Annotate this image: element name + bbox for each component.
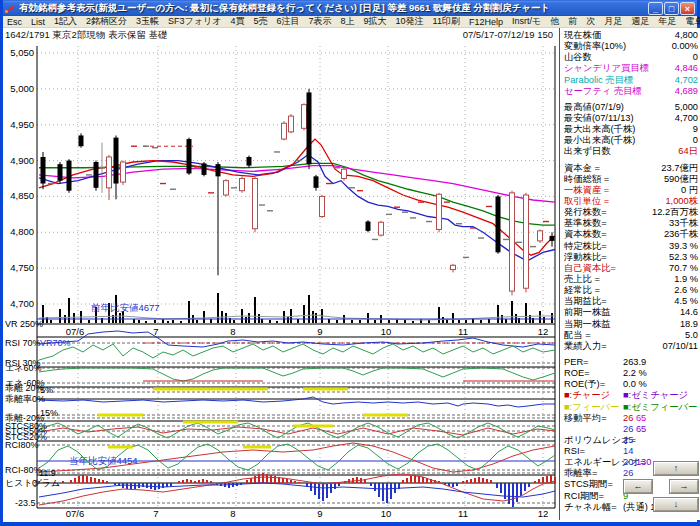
- menu-item-22[interactable]: 年足: [658, 15, 676, 28]
- menu-item-7[interactable]: 4買: [230, 15, 244, 28]
- scroll-left-button[interactable]: ←: [624, 480, 652, 493]
- svg-text:12: 12: [538, 326, 549, 337]
- menu-item-19[interactable]: 次: [586, 15, 595, 28]
- svg-text:エネ60%: エネ60%: [5, 363, 41, 373]
- stat-row-30: ROE=2.2 %: [564, 368, 698, 379]
- stat-row-5: Parabolic 売目標4,702: [564, 75, 698, 86]
- stat-row-9: 最大出来高(千株)9: [564, 124, 698, 135]
- stat-row-23: 経常比 =2.6 %: [564, 285, 698, 296]
- svg-text:0: 0: [32, 478, 37, 488]
- close-button[interactable]: ×: [680, 2, 695, 15]
- menu-item-18[interactable]: 前: [568, 15, 577, 28]
- menu-item-17[interactable]: 他: [550, 15, 559, 28]
- stat-row-21: 自己資本比=70.7 %: [564, 263, 698, 274]
- stat-row-2: 変動倍率(10%)0.00%: [564, 41, 698, 52]
- stat-row-14: 一株資産 =0 円: [564, 185, 698, 196]
- svg-text:12: 12: [538, 508, 549, 519]
- scroll-down-button[interactable]: ↓: [654, 498, 698, 511]
- menu-item-12[interactable]: 9拡大: [364, 15, 387, 28]
- maximize-button[interactable]: □: [664, 2, 679, 15]
- stat-row-17: 基準株数=33千株: [564, 218, 698, 229]
- stat-row-34: 移動平均=26 65: [564, 413, 698, 424]
- svg-text:07/6: 07/6: [66, 508, 85, 519]
- svg-text:4,950: 4,950: [10, 119, 34, 130]
- stats-sidebar: ↑ ← → ↓ 現在株価4,800変動倍率(10%)0.00%山谷数0シャンデリ…: [559, 28, 700, 520]
- svg-text:5,050: 5,050: [10, 47, 34, 58]
- menu-item-15[interactable]: F12Help: [469, 17, 503, 27]
- svg-text:4,850: 4,850: [10, 190, 34, 201]
- svg-text:RCI-80%: RCI-80%: [5, 465, 42, 475]
- stat-row-19: 特定株比=39.3 %: [564, 241, 698, 252]
- chart-area: 5,0505,0004,9504,9004,8504,8004,7504,700…: [3, 40, 559, 520]
- stat-row-35: 26 65: [564, 424, 698, 435]
- svg-text:9: 9: [317, 508, 322, 519]
- menu-item-9[interactable]: 6注目: [276, 15, 299, 28]
- svg-text:-VR70%: -VR70%: [37, 338, 71, 348]
- svg-text:前年比安値4677: 前年比安値4677: [91, 302, 160, 313]
- scroll-right-button[interactable]: →: [670, 480, 698, 493]
- svg-text:8: 8: [230, 326, 235, 337]
- svg-text:4,750: 4,750: [10, 262, 34, 273]
- menu-item-14[interactable]: 11印刷: [433, 15, 460, 28]
- menu-item-13[interactable]: 10発注: [396, 15, 424, 28]
- svg-text:乖離 20%: 乖離 20%: [5, 383, 44, 393]
- minimize-button[interactable]: _: [648, 2, 663, 15]
- stat-row-7: 最高値(07/1/9)5,000: [564, 102, 698, 113]
- svg-text:8: 8: [230, 508, 235, 519]
- stat-row-33: ■:フィーバー■:ゼミフィーバー: [564, 402, 698, 413]
- app-window: 有効銘柄参考表示(新規ユーザーの方へ: 最初に保有銘柄登録を行ってください) […: [0, 0, 700, 526]
- menu-item-8[interactable]: 5売: [253, 15, 267, 28]
- menu-item-20[interactable]: 月足: [604, 15, 622, 28]
- menu-item-1[interactable]: Esc: [7, 17, 22, 27]
- svg-text:15%: 15%: [40, 408, 58, 418]
- svg-text:4,900: 4,900: [10, 155, 34, 166]
- app-icon: [5, 3, 16, 14]
- svg-text:RSI 70%: RSI 70%: [5, 338, 41, 348]
- stat-row-4: シャンデリア買目標4,846: [564, 63, 698, 74]
- stat-row-36: ボリウムレシオ=25: [564, 435, 698, 446]
- svg-text:11: 11: [458, 508, 468, 519]
- stat-row-27: 配当 =5.0: [564, 330, 698, 341]
- stat-row-22: 売上比 =1.9 %: [564, 274, 698, 285]
- stat-row-32: ■:チャージ■:ゼミチャージ: [564, 390, 698, 401]
- stat-row-6: セーフティ 売目標4,689: [564, 86, 698, 97]
- menu-item-calculator[interactable]: 電卓: [685, 15, 700, 28]
- stat-row-18: 資本株数=236千株: [564, 229, 698, 240]
- stat-row-1: 現在株価4,800: [564, 30, 698, 41]
- svg-text:7: 7: [153, 326, 158, 337]
- menu-item-21[interactable]: 週足: [631, 15, 649, 28]
- window-title: 有効銘柄参考表示(新規ユーザーの方へ: 最初に保有銘柄登録を行ってください) […: [19, 2, 648, 15]
- menu-item-5[interactable]: 3玉帳: [136, 15, 159, 28]
- stat-row-25: 前期一株益14.6: [564, 307, 698, 318]
- svg-text:07/6: 07/6: [66, 326, 85, 337]
- stat-row-20: 浮動株比=52.3 %: [564, 252, 698, 263]
- stat-row-28: 業績入力=07/10/11: [564, 341, 698, 352]
- svg-text:4,700: 4,700: [10, 298, 34, 309]
- stat-row-31: ROE(予)=0.0 %: [564, 379, 698, 390]
- svg-text:乖離率0%: 乖離率0%: [5, 394, 45, 404]
- menu-item-16[interactable]: Insrt/モ: [512, 15, 541, 28]
- menu-item-2[interactable]: List: [31, 17, 45, 27]
- svg-text:11.9: 11.9: [39, 468, 56, 478]
- stat-row-16: 発行株数=12.2百万株: [564, 207, 698, 218]
- stat-row-12: 資本金 =23.7億円: [564, 163, 698, 174]
- stat-row-37: RSI=14: [564, 446, 698, 457]
- svg-text:VR 250%: VR 250%: [5, 319, 43, 329]
- menu-item-4[interactable]: 2銘柄区分: [86, 15, 127, 28]
- menu-item-11[interactable]: 8上: [341, 15, 355, 28]
- svg-text:10: 10: [381, 326, 392, 337]
- menu-item-3[interactable]: 1記入: [54, 15, 77, 28]
- svg-text:4,800: 4,800: [10, 226, 34, 237]
- stat-row-15: 取引単位 =1,000株: [564, 196, 698, 207]
- stat-row-3: 山谷数0: [564, 52, 698, 63]
- svg-text:9: 9: [317, 326, 322, 337]
- menu-item-10[interactable]: 7表示: [308, 15, 331, 28]
- stat-row-11: 出来ず日数64日: [564, 146, 698, 157]
- stat-row-13: 時価総額 =590億円: [564, 174, 698, 185]
- svg-text:5,000: 5,000: [10, 83, 34, 94]
- stat-row-8: 最安値(07/11/13)4,700: [564, 113, 698, 124]
- title-bar[interactable]: 有効銘柄参考表示(新規ユーザーの方へ: 最初に保有銘柄登録を行ってください) […: [3, 0, 697, 16]
- svg-text:-23.5: -23.5: [15, 498, 36, 508]
- menu-item-6[interactable]: SF3フォリオ: [168, 15, 221, 28]
- scroll-up-button[interactable]: ↑: [654, 462, 698, 475]
